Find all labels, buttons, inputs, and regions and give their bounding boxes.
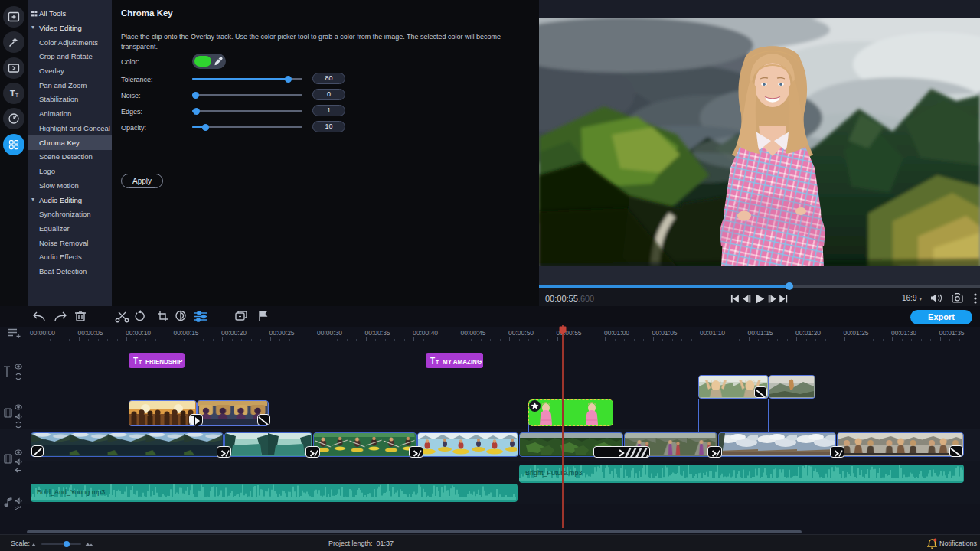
svg-text:T: T bbox=[15, 91, 18, 98]
svg-text:T: T bbox=[133, 357, 138, 365]
svg-text:T: T bbox=[436, 360, 439, 365]
svg-text:T: T bbox=[430, 357, 435, 365]
svg-text:T: T bbox=[139, 360, 142, 365]
